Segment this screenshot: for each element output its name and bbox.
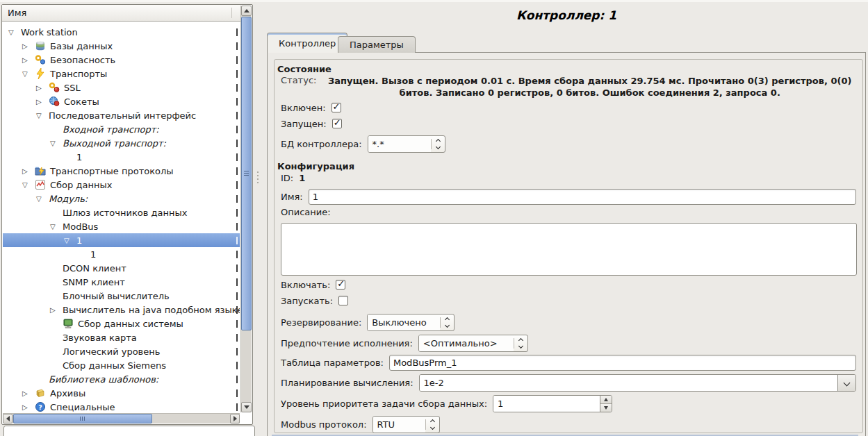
- scroll-up-button[interactable]: [241, 6, 252, 16]
- tree-item[interactable]: Входной транспорт:: [3, 122, 240, 136]
- tree-item-label: Сбор данных: [50, 180, 112, 190]
- expand-expander-icon[interactable]: ▷: [22, 167, 35, 175]
- expand-expander-icon[interactable]: ▷: [36, 98, 49, 106]
- to-enable-checkbox[interactable]: [336, 280, 345, 290]
- panel-splitter-handle[interactable]: [256, 171, 260, 188]
- expand-expander-icon[interactable]: ▷: [22, 389, 35, 397]
- tree-item[interactable]: ▽Последовательный интерфейс: [3, 108, 240, 122]
- tree-item-label: Входной транспорт:: [63, 124, 159, 135]
- tree-item[interactable]: Логический уровень: [3, 344, 240, 358]
- scroll-left-button[interactable]: [3, 414, 13, 424]
- tree-item[interactable]: ▽Work station: [3, 25, 240, 39]
- tree-column-header[interactable]: Имя: [2, 5, 240, 22]
- system-monitor-icon: [63, 318, 74, 329]
- tree-item[interactable]: ▷SSL: [3, 81, 240, 94]
- chevron-up-icon: [518, 338, 523, 343]
- name-input[interactable]: [309, 189, 856, 205]
- tree-item[interactable]: ▷Безопасность: [3, 53, 240, 67]
- enabled-checkbox[interactable]: [331, 103, 341, 112]
- tree-item[interactable]: Звуковая карта: [3, 330, 240, 344]
- clipped-column-text: [236, 376, 238, 383]
- tree-item[interactable]: 1: [3, 150, 240, 164]
- clipped-column-text: [236, 42, 238, 50]
- clipped-column-text: [236, 209, 238, 217]
- controller-db-combobox[interactable]: *.*: [368, 135, 445, 153]
- tree-item[interactable]: ▷Базы данных: [3, 39, 240, 53]
- clipped-column-text: [236, 237, 238, 244]
- param-table-input[interactable]: [389, 355, 856, 371]
- schedule-combobox[interactable]: 1e-2: [419, 374, 856, 392]
- collapse-expander-icon[interactable]: ▽: [8, 28, 21, 36]
- scroll-down-button[interactable]: [241, 402, 252, 412]
- clipped-column-text: [236, 334, 238, 342]
- tree-item[interactable]: ▷Сокеты: [3, 94, 240, 108]
- expand-expander-icon[interactable]: ▷: [36, 84, 49, 92]
- combo-spin-arrows[interactable]: [432, 136, 445, 152]
- tree-horizontal-scrollbar[interactable]: [3, 413, 240, 424]
- scroll-right-button[interactable]: [230, 414, 240, 424]
- priority-spinbox[interactable]: 1: [493, 395, 612, 412]
- collapse-expander-icon[interactable]: ▽: [50, 223, 63, 230]
- tree-item[interactable]: ▽ModBus: [3, 219, 240, 233]
- tab-parameters[interactable]: Параметры: [338, 36, 416, 53]
- chevron-down-icon: [430, 425, 435, 430]
- tree-item[interactable]: ▷?Специальные: [3, 400, 240, 412]
- clipped-column-text: [236, 292, 238, 300]
- started-label: Запущен:: [281, 119, 327, 129]
- chevron-up-icon: [435, 139, 440, 144]
- protocol-label: Modbus протокол:: [281, 419, 367, 430]
- tree-item[interactable]: ▽Модуль:: [3, 192, 240, 206]
- tree-item-label: Выходной транспорт:: [63, 138, 166, 149]
- tree-item[interactable]: SNMP клиент: [3, 275, 240, 289]
- redundancy-combobox[interactable]: Выключено: [367, 314, 455, 331]
- tree-vertical-scrollbar[interactable]: [240, 6, 252, 412]
- combo-spin-arrows[interactable]: [441, 315, 454, 330]
- tree-item[interactable]: ▽Транспорты: [3, 67, 240, 81]
- tab-controller[interactable]: Контроллер: [267, 33, 347, 53]
- expand-expander-icon[interactable]: ▷: [22, 403, 35, 411]
- column-separator[interactable]: [231, 8, 232, 18]
- vertical-scroll-thumb[interactable]: [241, 17, 252, 330]
- tree-item[interactable]: ▽1: [3, 233, 240, 247]
- page-title: Контроллер: 1: [267, 8, 866, 22]
- tree-item[interactable]: Блочный вычислитель: [3, 289, 240, 303]
- tree-item[interactable]: ▷Архивы: [3, 386, 240, 400]
- collapse-expander-icon[interactable]: ▽: [64, 237, 76, 244]
- chevron-down-icon: [435, 144, 440, 149]
- expand-expander-icon[interactable]: ▷: [22, 42, 35, 50]
- started-checkbox[interactable]: [332, 119, 342, 128]
- horizontal-scroll-thumb[interactable]: [13, 414, 152, 424]
- combo-spin-arrows[interactable]: [426, 417, 439, 433]
- arrow-up-icon: [604, 398, 608, 401]
- collapse-expander-icon[interactable]: ▽: [22, 70, 35, 78]
- tree-filter-box[interactable]: [3, 426, 255, 436]
- combo-spin-arrows[interactable]: [514, 335, 527, 351]
- collapse-expander-icon[interactable]: ▽: [36, 195, 49, 203]
- protocol-combobox[interactable]: RTU: [372, 416, 440, 433]
- tree-item[interactable]: Библиотека шаблонов:: [3, 372, 240, 386]
- tree-item[interactable]: ▷Транспортные протоколы: [3, 164, 240, 178]
- to-start-checkbox[interactable]: [338, 296, 348, 305]
- collapse-expander-icon[interactable]: ▽: [50, 140, 63, 147]
- tree-item[interactable]: ▽Выходной транспорт:: [3, 136, 240, 150]
- collapse-expander-icon[interactable]: ▽: [22, 181, 35, 189]
- tree-item[interactable]: ▷Вычислитель на java подобном языке: [3, 303, 240, 317]
- tree-item[interactable]: Сбор данных Siemens: [3, 358, 240, 372]
- tree-item[interactable]: ▽Сбор данных: [3, 178, 240, 192]
- tree-item[interactable]: Шлюз источников данных: [3, 206, 240, 219]
- tree-item[interactable]: Сбор данных системы: [3, 317, 240, 330]
- clipped-column-text: [236, 28, 238, 36]
- spin-down-button[interactable]: [600, 404, 612, 412]
- tree-item[interactable]: DCON клиент: [3, 261, 240, 275]
- expand-expander-icon[interactable]: ▷: [50, 306, 63, 314]
- description-label-row: Описание:: [281, 206, 336, 218]
- clipped-column-text: [236, 84, 238, 92]
- spin-up-button[interactable]: [600, 396, 612, 404]
- collapse-expander-icon[interactable]: ▽: [36, 112, 49, 119]
- dropdown-button[interactable]: [837, 375, 855, 391]
- description-textarea[interactable]: [281, 223, 857, 276]
- to-enable-label: Включать:: [281, 280, 330, 290]
- expand-expander-icon[interactable]: ▷: [22, 56, 35, 64]
- tree-item[interactable]: 1: [3, 247, 240, 261]
- exec-preference-combobox[interactable]: <Оптимально>: [418, 335, 528, 352]
